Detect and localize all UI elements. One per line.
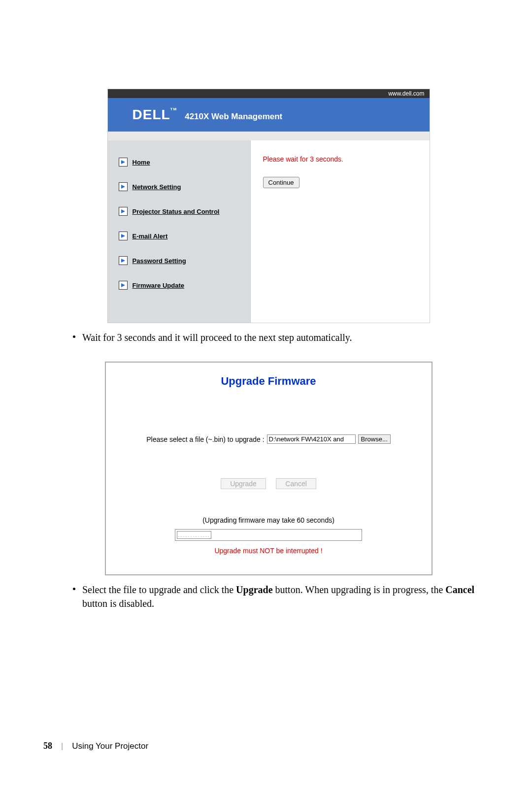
play-icon (119, 232, 128, 240)
svg-marker-4 (121, 259, 125, 263)
upgrade-warning: Upgrade must NOT be interrupted ! (116, 547, 422, 555)
web-management-screenshot: www.dell.com DELLTM 4210X Web Management… (107, 89, 430, 323)
sidebar-item-label: E-mail Alert (133, 233, 168, 240)
sidebar-item-projector-status[interactable]: Projector Status and Control (119, 207, 246, 216)
sidebar-item-label: Home (133, 159, 150, 166)
page-footer: 58 | Using Your Projector (43, 741, 148, 751)
sidebar-item-label: Password Setting (133, 257, 186, 265)
play-icon (119, 207, 128, 216)
play-icon (119, 256, 128, 265)
main-content: Please wait for 3 seconds. Continue (251, 140, 430, 323)
bullet-icon (73, 588, 75, 590)
footer-section: Using Your Projector (72, 741, 148, 751)
sidebar-item-email-alert[interactable]: E-mail Alert (119, 232, 246, 240)
wait-message: Please wait for 3 seconds. (263, 155, 417, 163)
svg-marker-1 (121, 185, 125, 189)
file-select-label: Please select a file (~.bin) to upgrade … (146, 435, 264, 443)
sidebar-item-network-setting[interactable]: Network Setting (119, 182, 246, 191)
play-icon (119, 281, 128, 290)
browse-button[interactable]: Browse... (358, 434, 391, 444)
sidebar-item-label: Firmware Update (133, 282, 184, 289)
svg-marker-3 (121, 234, 125, 238)
sidebar-item-home[interactable]: Home (119, 158, 246, 166)
svg-marker-0 (121, 160, 125, 164)
progress-bar: ............. (175, 529, 362, 541)
bullet-wait: Wait for 3 seconds and it will proceed t… (73, 331, 477, 344)
play-icon (119, 182, 128, 191)
banner-title: 4210X Web Management (185, 112, 282, 122)
sidebar-item-label: Network Setting (133, 183, 181, 191)
sidebar-item-firmware-update[interactable]: Firmware Update (119, 281, 246, 290)
continue-button[interactable]: Continue (263, 177, 299, 188)
light-divider (108, 132, 430, 140)
sidebar-item-label: Projector Status and Control (133, 208, 220, 215)
file-select-row: Please select a file (~.bin) to upgrade … (116, 434, 422, 444)
upgrade-duration-note: (Upgrading firmware may take 60 seconds) (116, 516, 422, 524)
svg-marker-2 (121, 209, 125, 213)
bullet-icon (73, 335, 75, 338)
dell-url: www.dell.com (388, 90, 424, 97)
action-buttons: Upgrade Cancel (116, 478, 422, 489)
banner: DELLTM 4210X Web Management (108, 98, 430, 132)
page-number: 58 (43, 741, 52, 751)
upgrade-title: Upgrade Firmware (116, 375, 422, 388)
bullet-text: Select the file to upgrade and click the… (82, 583, 477, 610)
upgrade-firmware-screenshot: Upgrade Firmware Please select a file (~… (105, 362, 432, 575)
svg-marker-5 (121, 283, 125, 287)
footer-separator: | (61, 742, 63, 751)
upgrade-button[interactable]: Upgrade (221, 478, 266, 489)
play-icon (119, 158, 128, 166)
dell-logo: DELLTM (133, 107, 177, 123)
progress-indicator: ............. (177, 531, 211, 539)
bullet-text: Wait for 3 seconds and it will proceed t… (82, 331, 352, 344)
sidebar-item-password-setting[interactable]: Password Setting (119, 256, 246, 265)
sidebar: Home Network Setting Projector Status an… (108, 140, 251, 323)
top-url-bar: www.dell.com (108, 89, 430, 98)
file-path-input[interactable] (267, 434, 356, 444)
cancel-button[interactable]: Cancel (276, 478, 316, 489)
bullet-select-file: Select the file to upgrade and click the… (73, 583, 477, 610)
